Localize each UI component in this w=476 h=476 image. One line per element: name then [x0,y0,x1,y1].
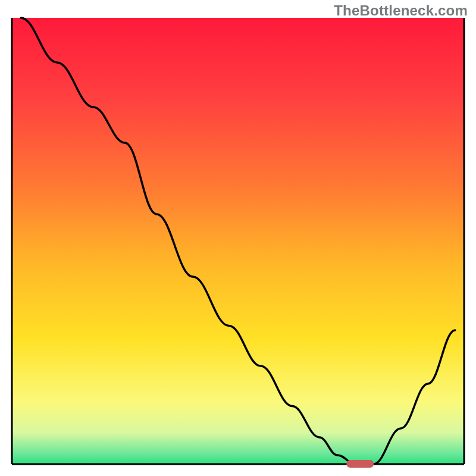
watermark-text: TheBottleneck.com [334,2,468,19]
chart-background [12,18,464,464]
optimal-marker [346,460,374,468]
bottleneck-chart [0,0,476,476]
